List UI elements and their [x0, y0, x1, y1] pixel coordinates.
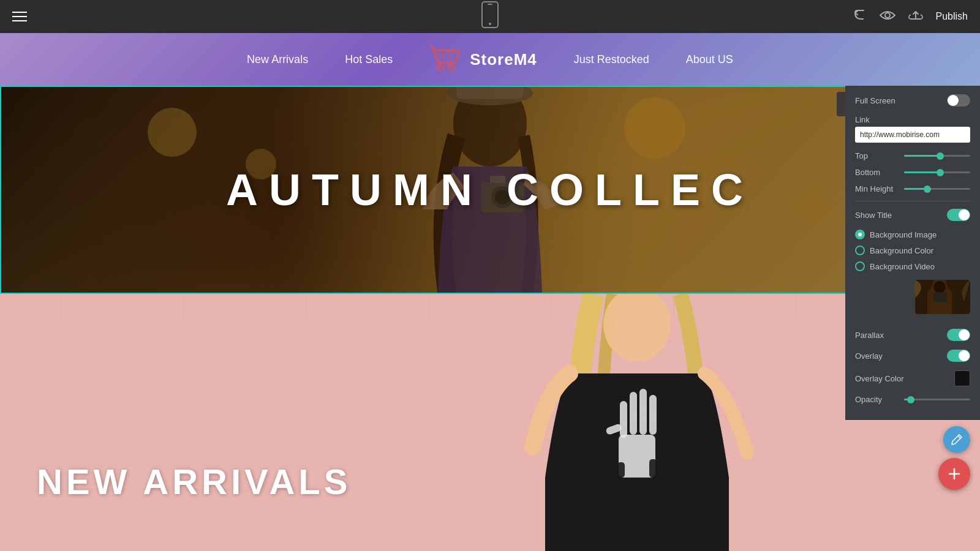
svg-point-15 [933, 281, 946, 293]
hero-section: AUTUMN COLLEC [0, 86, 980, 294]
bg-image-row[interactable]: Background Image [855, 230, 970, 239]
settings-panel: Full Screen Link Top Bottom Min Height [845, 86, 980, 420]
full-screen-toggle[interactable] [947, 94, 970, 107]
svg-rect-40 [649, 395, 657, 435]
svg-rect-50 [617, 462, 625, 478]
bottom-slider-row: Bottom [855, 168, 970, 177]
svg-rect-12 [456, 87, 524, 99]
parallax-row: Parallax [855, 329, 970, 341]
top-bar: Publish [0, 0, 980, 33]
bg-video-radio[interactable] [855, 261, 865, 271]
top-bar-center [481, 1, 499, 32]
link-label: Link [855, 115, 870, 124]
preview-icon[interactable] [880, 9, 895, 24]
link-input[interactable] [855, 127, 970, 143]
parallax-label: Parallax [855, 331, 884, 340]
divider-1 [855, 201, 970, 201]
top-bar-left [12, 12, 27, 21]
toggle-knob [948, 95, 959, 106]
bg-thumbnail-area [855, 277, 970, 321]
parallax-toggle-knob [959, 329, 970, 340]
nav-link-hot-sales[interactable]: Hot Sales [345, 53, 393, 66]
bottom-label: Bottom [855, 168, 898, 177]
opacity-slider-row: Opacity [855, 395, 970, 404]
full-screen-label: Full Screen [855, 96, 895, 105]
show-title-toggle[interactable] [947, 209, 970, 221]
publish-button[interactable]: Publish [936, 11, 968, 22]
new-arrivals-section: NEW ARRIVALS [0, 294, 980, 551]
show-title-toggle-knob [959, 209, 970, 220]
bg-thumbnail-inner [915, 280, 970, 314]
overlay-color-label: Overlay Color [855, 374, 903, 383]
top-label: Top [855, 151, 898, 160]
phone-preview-icon[interactable] [481, 1, 499, 32]
show-title-row: Show Title [855, 209, 970, 221]
top-slider-thumb [937, 152, 944, 160]
opacity-slider-thumb [907, 396, 914, 403]
hero-title: AUTUMN COLLEC [226, 165, 754, 215]
bg-color-radio[interactable] [855, 246, 865, 255]
overlay-row: Overlay [855, 350, 970, 362]
svg-point-3 [885, 13, 890, 18]
upload-icon[interactable] [908, 8, 924, 26]
bottom-slider-fill [904, 171, 940, 173]
top-slider-row: Top [855, 151, 970, 160]
nav-link-new-arrivals[interactable]: New Arrivals [247, 53, 308, 66]
min-height-slider-row: Min Height [855, 184, 970, 193]
nav-logo: StoreM4 [429, 44, 537, 75]
bg-image-label: Background Image [870, 230, 937, 239]
show-title-label: Show Title [855, 211, 892, 220]
logo-text: StoreM4 [470, 50, 537, 69]
opacity-slider[interactable] [904, 399, 970, 400]
svg-rect-37 [620, 401, 627, 438]
bg-video-row[interactable]: Background Video [855, 261, 970, 271]
link-label-row: Link [855, 115, 970, 124]
plus-icon [947, 467, 962, 481]
top-slider[interactable] [904, 155, 970, 157]
skeleton-tshirt-person [423, 294, 851, 551]
svg-point-4 [437, 64, 443, 70]
svg-point-1 [489, 23, 491, 25]
undo-icon[interactable] [853, 8, 867, 26]
new-arrivals-title: NEW ARRIVALS [37, 461, 351, 502]
overlay-toggle-knob [959, 350, 970, 361]
min-height-label: Min Height [855, 184, 898, 193]
nav-bar: New Arrivals Hot Sales StoreM4 Just Rest… [0, 33, 980, 86]
bottom-slider-thumb [937, 169, 944, 176]
nav-link-just-restocked[interactable]: Just Restocked [574, 53, 649, 66]
top-slider-fill [904, 155, 940, 157]
svg-rect-51 [649, 459, 657, 478]
min-height-slider[interactable] [904, 188, 970, 190]
svg-rect-16 [933, 292, 947, 302]
min-height-slider-thumb [924, 186, 931, 193]
bg-color-label: Background Color [870, 246, 933, 255]
nav-link-about-us[interactable]: About US [686, 53, 733, 66]
bg-video-label: Background Video [870, 262, 935, 271]
opacity-label: Opacity [855, 395, 898, 404]
pencil-icon [951, 433, 963, 446]
overlay-color-row: Overlay Color [855, 370, 970, 386]
overlay-toggle[interactable] [947, 350, 970, 362]
parallax-toggle[interactable] [947, 329, 970, 341]
overlay-color-swatch[interactable] [954, 370, 970, 386]
svg-rect-39 [639, 389, 647, 435]
hamburger-menu[interactable] [12, 12, 27, 21]
bottom-slider[interactable] [904, 171, 970, 173]
full-screen-row: Full Screen [855, 94, 970, 107]
svg-point-35 [603, 294, 671, 361]
bg-thumbnail[interactable] [915, 280, 970, 314]
svg-rect-2 [488, 4, 492, 5]
bg-image-radio[interactable] [855, 230, 865, 239]
top-bar-right: Publish [853, 8, 968, 26]
edit-fab-button[interactable] [943, 426, 970, 453]
bg-color-row[interactable]: Background Color [855, 246, 970, 255]
logo-icon [429, 44, 464, 75]
add-fab-button[interactable] [938, 458, 970, 490]
svg-point-5 [448, 64, 454, 70]
overlay-label: Overlay [855, 351, 883, 361]
thumbnail-figure [915, 280, 970, 314]
